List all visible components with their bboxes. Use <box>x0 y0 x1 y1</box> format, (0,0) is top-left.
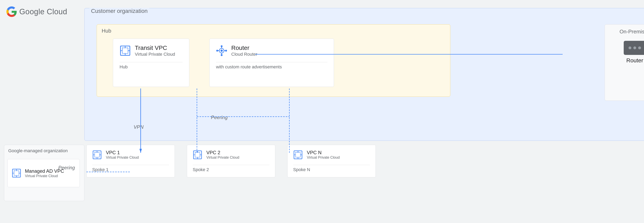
peering-label-2: Peering <box>211 115 228 120</box>
vpcN-icon <box>293 150 303 160</box>
vpc2-card: VPC 2 Virtual Private Cloud Spoke 2 <box>187 145 275 177</box>
vpc1-divider <box>92 165 169 165</box>
managed-ad-vpc-icon <box>12 168 21 178</box>
vpc2-title: VPC 2 <box>206 150 239 155</box>
on-premises-router: Router <box>624 41 644 64</box>
router-device-icon <box>624 41 644 55</box>
vpc2-divider <box>193 165 270 165</box>
transit-vpc-header: Transit VPC Virtual Private Cloud <box>120 45 175 57</box>
vpc1-title: VPC 1 <box>106 150 139 155</box>
google-cloud-logo: Google Cloud <box>6 7 67 17</box>
svg-point-15 <box>225 50 227 52</box>
vpcN-divider <box>293 165 370 165</box>
customer-org-label: Customer organization <box>90 8 149 14</box>
router-dot-3 <box>638 47 641 49</box>
on-premises-router-label: Router <box>626 57 643 64</box>
google-logo-icon <box>6 7 17 17</box>
svg-rect-1 <box>122 48 128 54</box>
router-divider <box>216 62 327 62</box>
vpn-label: VPN <box>134 124 144 130</box>
vpc1-footer: Spoke 1 <box>92 167 108 172</box>
vpc2-footer: Spoke 2 <box>193 167 209 172</box>
cloud-router-icon <box>216 45 227 56</box>
router-title-group: Router Cloud Router <box>231 45 258 57</box>
vpc1-header: VPC 1 Virtual Private Cloud <box>92 150 139 160</box>
vpc1-icon <box>92 150 102 160</box>
svg-point-14 <box>216 50 218 52</box>
transit-vpc-footer: Hub <box>120 64 128 70</box>
vpc2-subtitle: Virtual Private Cloud <box>206 155 239 160</box>
svg-point-13 <box>221 54 222 56</box>
hub-label: Hub <box>102 28 111 34</box>
vpcN-subtitle: Virtual Private Cloud <box>307 155 340 160</box>
svg-point-11 <box>220 50 223 52</box>
vpc2-header: VPC 2 Virtual Private Cloud <box>193 150 239 160</box>
router-dot-2 <box>633 47 636 49</box>
google-org-label: Google-managed organization <box>8 148 68 153</box>
svg-rect-29 <box>195 152 200 157</box>
vpc1-subtitle: Virtual Private Cloud <box>106 155 139 160</box>
svg-rect-17 <box>14 171 19 175</box>
hub-box: Hub Transit VPC Virtual Privat <box>97 24 450 97</box>
managed-ad-card: Managed AD VPC Virtual Private Cloud <box>8 159 80 187</box>
main-container: Google Cloud Customer organization Hub <box>0 0 644 223</box>
vpcN-header: VPC N Virtual Private Cloud <box>293 150 340 160</box>
customer-org-box: Customer organization Hub <box>84 8 644 141</box>
router-title: Router <box>231 45 258 51</box>
spoke-area: VPC 1 Virtual Private Cloud Spoke 1 <box>86 145 641 177</box>
vpcN-text: VPC N Virtual Private Cloud <box>307 150 340 160</box>
vpc-icon <box>120 45 131 56</box>
transit-vpc-title: Transit VPC <box>135 45 175 51</box>
vpc2-text: VPC 2 Virtual Private Cloud <box>206 150 239 160</box>
google-cloud-text: Google Cloud <box>19 8 67 16</box>
transit-vpc-subtitle: Virtual Private Cloud <box>135 52 175 57</box>
vpc1-text: VPC 1 Virtual Private Cloud <box>106 150 139 160</box>
svg-point-12 <box>221 45 222 47</box>
peering-label-1: Peering <box>58 165 75 170</box>
vpcN-card: VPC N Virtual Private Cloud Spoke N <box>287 145 376 177</box>
router-footer: with custom route advertisements <box>216 64 282 70</box>
vpcN-footer: Spoke N <box>293 167 310 172</box>
router-header: Router Cloud Router <box>216 45 258 57</box>
transit-vpc-card: Transit VPC Virtual Private Cloud Hub <box>113 39 189 87</box>
vpcN-title: VPC N <box>307 150 340 155</box>
on-premises-box: On-Premises Router <box>604 24 644 101</box>
vpc1-card: VPC 1 Virtual Private Cloud Spoke 1 <box>86 145 175 177</box>
google-org-box: Google-managed organization Managed AD V… <box>4 145 84 201</box>
router-subtitle: Cloud Router <box>231 52 258 57</box>
managed-ad-subtitle: Virtual Private Cloud <box>25 174 64 178</box>
router-dot-1 <box>628 47 631 49</box>
transit-vpc-title-group: Transit VPC Virtual Private Cloud <box>135 45 175 57</box>
vpc2-icon <box>193 150 202 160</box>
on-premises-label: On-Premises <box>620 29 644 35</box>
router-card: Router Cloud Router with custom route ad… <box>210 39 334 87</box>
transit-vpc-divider <box>120 62 183 62</box>
svg-rect-35 <box>296 152 300 157</box>
svg-rect-23 <box>95 152 100 157</box>
